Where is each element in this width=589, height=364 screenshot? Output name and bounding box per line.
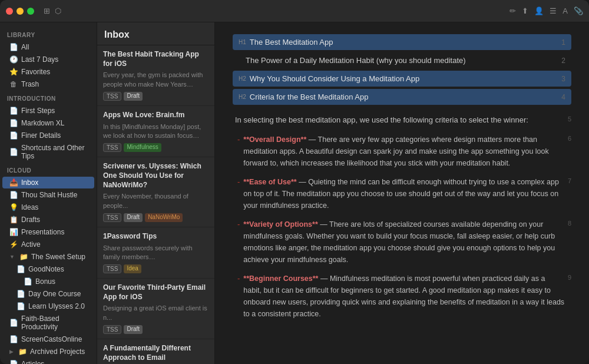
outline-number-2: 3 [555, 75, 565, 83]
list-icon[interactable]: ☰ [550, 6, 557, 15]
sidebar-item-learn-ulysses[interactable]: 📄 Learn Ulysses 2.0 [2, 300, 94, 312]
bullet-item-3: - 9 **Beginner Courses** — Mindfulness m… [233, 273, 571, 320]
sidebar-item-bonus[interactable]: 📄 Bonus [2, 276, 94, 287]
sidebar-item-learn-ulysses-label: Learn Ulysses 2.0 [28, 302, 85, 310]
outline-item-2[interactable]: H2 Why You Should Consider Using a Medit… [233, 71, 571, 87]
drafts-icon: 📋 [9, 216, 18, 224]
bullet-dash-1: - [237, 176, 240, 211]
compose-icon[interactable]: ✏ [509, 6, 516, 15]
minimize-button[interactable] [16, 8, 24, 15]
sidebar-item-finer-details[interactable]: 📄 Finer Details [2, 130, 94, 141]
titlebar-right-icons: ✏ ⬆ 👤 ☰ A 📎 [509, 6, 583, 15]
content-body: 5 In selecting the best meditation app, … [233, 114, 571, 320]
sidebar-item-active-label: Active [21, 240, 41, 249]
bullet-item-2: - 8 **Variety of Options** — There are l… [233, 219, 571, 266]
sidebar-item-presentations[interactable]: 📊 Presentations [2, 226, 94, 238]
sidebar-item-archived[interactable]: ▶ 📁 Archived Projects [2, 346, 94, 358]
article-title-5: A Fundamentally Different Approach to Em… [103, 344, 209, 362]
tag-mindfulness: Mindfulness [124, 143, 161, 152]
disclosure-icon-2: ▶ [9, 349, 14, 355]
tag-draft-2: Draft [124, 213, 143, 222]
sidebar-item-ideas[interactable]: 💡 Ideas [2, 201, 94, 213]
sidebar-item-shortcuts[interactable]: 📄 Shortcuts and Other Tips [2, 142, 94, 162]
sidebar-item-first-steps[interactable]: 📄 First Steps [2, 105, 94, 117]
content-area: H1 The Best Meditation App 1 The Power o… [215, 22, 589, 364]
article-preview-4: Designing a great iOS email client is n.… [103, 304, 209, 322]
body-intro-number: 5 [568, 114, 571, 125]
sidebar-item-faith[interactable]: 📄 Faith-Based Productivity [2, 313, 94, 333]
article-title-2: Scrivener vs. Ulysses: Which One Should … [103, 162, 209, 190]
sidebar-item-markdown-xl[interactable]: 📄 Markdown XL [2, 117, 94, 129]
article-item-1[interactable]: Apps We Love: Brain.fm In this [Mindfuln… [97, 106, 214, 157]
article-item-4[interactable]: Our Favorite Third-Party Email App for i… [97, 279, 214, 339]
body-intro-text: In selecting the best meditation app, we… [235, 115, 528, 124]
folder-icon-2: 📁 [18, 348, 27, 356]
h2-icon: H2 [239, 75, 246, 82]
article-preview-3: Share passwords securely with family mem… [103, 244, 209, 262]
text-size-icon[interactable]: A [562, 6, 568, 15]
sidebar-item-last7days[interactable]: 🕐 Last 7 Days [2, 54, 94, 65]
sidebar-item-bonus-label: Bonus [35, 277, 55, 286]
bolt-icon: ⚡ [9, 240, 18, 249]
doc-icon-8: 📄 [16, 290, 25, 298]
trash-icon: 🗑 [9, 80, 18, 88]
clock-icon: 🕐 [9, 55, 18, 64]
bullet-dash-3: - [237, 273, 240, 320]
sidebar-item-inbox-label: Inbox [21, 178, 38, 187]
outline-title-2: Why You Should Consider Using a Meditati… [250, 74, 556, 83]
titlebar-left-icons: ⊞ ⬡ [44, 6, 61, 15]
tag-idea: Idea [124, 264, 141, 273]
grid-icon[interactable]: ⊞ [44, 6, 50, 15]
outline-item-3[interactable]: H2 Criteria for the Best Meditation App … [233, 89, 571, 105]
bullet-bold-2: **Variety of Options** [243, 220, 317, 229]
sidebar-item-shortcuts-label: Shortcuts and Other Tips [21, 144, 88, 160]
nav-icon[interactable]: ⬡ [55, 6, 61, 15]
fullscreen-button[interactable] [27, 8, 34, 15]
doc-icon-6: 📄 [16, 265, 25, 273]
outline-item-0[interactable]: H1 The Best Meditation App 1 [233, 34, 571, 50]
sidebar-item-inbox[interactable]: 📥 Inbox [2, 177, 94, 188]
sidebar-item-trash-label: Trash [21, 80, 39, 88]
h2-icon-2: H2 [239, 94, 246, 100]
article-item-2[interactable]: Scrivener vs. Ulysses: Which One Should … [97, 157, 214, 227]
outline-title-0: The Best Meditation App [250, 38, 556, 47]
outline-number-1: 2 [555, 57, 565, 65]
close-button[interactable] [6, 8, 13, 15]
tag-tss-4: TSS [103, 325, 121, 334]
sidebar-item-drafts-label: Drafts [21, 216, 40, 224]
article-preview-0: Every year, the gym is packed with peopl… [103, 71, 209, 89]
sidebar-item-articles[interactable]: 📄 Articles [2, 358, 94, 364]
attach-icon[interactable]: 📎 [574, 6, 583, 15]
article-tags-3: TSS Idea [103, 264, 209, 273]
article-item-5[interactable]: A Fundamentally Different Approach to Em… [97, 339, 214, 364]
doc-icon: 📄 [9, 107, 18, 115]
tag-draft: Draft [124, 92, 143, 101]
sidebar-item-drafts[interactable]: 📋 Drafts [2, 214, 94, 226]
person-icon[interactable]: 👤 [534, 6, 544, 15]
app-window: ⊞ ⬡ ✏ ⬆ 👤 ☰ A 📎 Library 📄 All 🕐 Last 7 D… [0, 0, 589, 364]
tag-draft-4: Draft [124, 325, 143, 334]
sidebar-item-screencasts[interactable]: 📄 ScreenCastsOnline [2, 333, 94, 345]
sidebar-item-ideas-label: Ideas [21, 203, 38, 211]
article-preview-1: In this [Mindfulness Monday] post, we lo… [103, 123, 209, 141]
sidebar-item-goodnotes[interactable]: 📄 GoodNotes [2, 263, 94, 275]
titlebar: ⊞ ⬡ ✏ ⬆ 👤 ☰ A 📎 [0, 0, 589, 22]
sidebar-item-trash[interactable]: 🗑 Trash [2, 78, 94, 90]
bullet-content-2: 8 **Variety of Options** — There are lot… [243, 219, 571, 266]
sidebar-item-archived-label: Archived Projects [30, 348, 85, 356]
outline-title-1: The Power of a Daily Meditation Habit (w… [246, 56, 555, 65]
sidebar-item-day-one[interactable]: 📄 Day One Course [2, 288, 94, 300]
inbox-icon: 📥 [9, 178, 18, 187]
sidebar-item-favorites[interactable]: ⭐ Favorites [2, 66, 94, 78]
article-tags-2: TSS Draft NaNoWriMo [103, 213, 209, 222]
article-tags-1: TSS Mindfulness [103, 143, 209, 152]
share-icon[interactable]: ⬆ [522, 6, 528, 15]
article-item-0[interactable]: The Best Habit Tracking App for iOS Ever… [97, 45, 214, 106]
outline-item-1[interactable]: The Power of a Daily Meditation Habit (w… [233, 52, 571, 68]
sidebar-item-active[interactable]: ⚡ Active [2, 239, 94, 250]
sidebar-item-sweet-setup[interactable]: ▼ 📁 The Sweet Setup [2, 251, 94, 263]
sidebar-item-goodnotes-label: GoodNotes [28, 265, 64, 273]
sidebar-item-all[interactable]: 📄 All [2, 41, 94, 53]
article-item-3[interactable]: 1Password Tips Share passwords securely … [97, 227, 214, 279]
sidebar-item-thou-shalt[interactable]: 📄 Thou Shalt Hustle [2, 189, 94, 201]
